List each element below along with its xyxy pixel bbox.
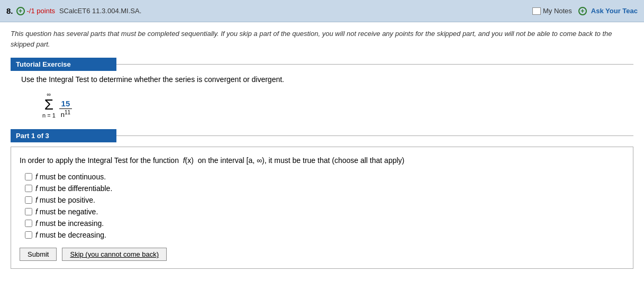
my-notes-label: My Notes: [543, 7, 572, 15]
option-label: f must be differentiable.: [35, 184, 112, 193]
submit-button[interactable]: Submit: [20, 248, 57, 261]
list-item: f must be increasing.: [25, 219, 624, 228]
checkbox-continuous[interactable]: [25, 173, 32, 180]
fraction: 15 n11: [59, 99, 72, 119]
list-item: f must be continuous.: [25, 173, 624, 181]
source-code: SCalcET6 11.3.004.MI.SA.: [59, 7, 141, 15]
question-number: 8.: [6, 6, 13, 15]
part-intro: In order to apply the Integral Test for …: [20, 155, 624, 166]
tutorial-block: Tutorial Exercise Use the Integral Test …: [11, 58, 633, 119]
sequential-notice: This question has several parts that mus…: [11, 29, 633, 49]
plus-icon[interactable]: +: [16, 7, 25, 15]
checkbox-negative[interactable]: [25, 208, 32, 215]
option-label: f must be decreasing.: [35, 231, 106, 239]
part-header-line: [116, 135, 633, 136]
fraction-numerator: 15: [59, 99, 72, 109]
option-label: f must be negative.: [35, 207, 98, 216]
checkbox-decreasing[interactable]: [25, 231, 32, 239]
checkbox-list: f must be continuous. f must be differen…: [25, 173, 624, 239]
tutorial-header: Tutorial Exercise: [11, 58, 116, 71]
checkbox-increasing[interactable]: [25, 220, 32, 227]
sigma-lower: n = 1: [42, 112, 56, 119]
ask-teacher-button[interactable]: + Ask Your Teac: [578, 7, 638, 15]
my-notes-button[interactable]: My Notes: [532, 7, 572, 15]
notes-icon: [532, 7, 541, 15]
part-content-box: In order to apply the Integral Test for …: [11, 147, 633, 269]
tutorial-header-row: Tutorial Exercise: [11, 58, 633, 71]
option-label: f must be increasing.: [35, 219, 104, 228]
sigma-symbol: Σ: [44, 97, 53, 112]
fx-label: f: [183, 156, 185, 165]
math-formula: ∞ Σ n = 1 15 n11: [42, 91, 633, 119]
list-item: f must be differentiable.: [25, 184, 624, 193]
content-area: This question has several parts that mus…: [0, 22, 644, 284]
top-bar-right: My Notes + Ask Your Teac: [532, 7, 638, 15]
top-bar: 8. + -/1 points SCalcET6 11.3.004.MI.SA.…: [0, 0, 644, 22]
checkbox-differentiable[interactable]: [25, 185, 32, 192]
actions-row: Submit Skip (you cannot come back): [20, 248, 624, 261]
question-text: Use the Integral Test to determine wheth…: [21, 75, 633, 84]
interval-a: a: [248, 156, 252, 165]
part-header: Part 1 of 3: [11, 129, 116, 142]
list-item: f must be negative.: [25, 207, 624, 216]
skip-button[interactable]: Skip (you cannot come back): [62, 248, 167, 261]
part-block: Part 1 of 3 In order to apply the Integr…: [11, 129, 633, 269]
ask-plus-icon: +: [578, 7, 587, 15]
option-label: f must be continuous.: [35, 173, 106, 181]
points-info: -/1 points: [27, 7, 55, 15]
part-header-row: Part 1 of 3: [11, 129, 633, 142]
tutorial-header-line: [116, 64, 633, 65]
ask-teacher-label: Ask Your Teac: [591, 7, 638, 15]
list-item: f must be decreasing.: [25, 231, 624, 239]
fraction-denominator: n11: [59, 109, 72, 119]
checkbox-positive[interactable]: [25, 196, 32, 204]
list-item: f must be positive.: [25, 196, 624, 204]
option-label: f must be positive.: [35, 196, 95, 204]
